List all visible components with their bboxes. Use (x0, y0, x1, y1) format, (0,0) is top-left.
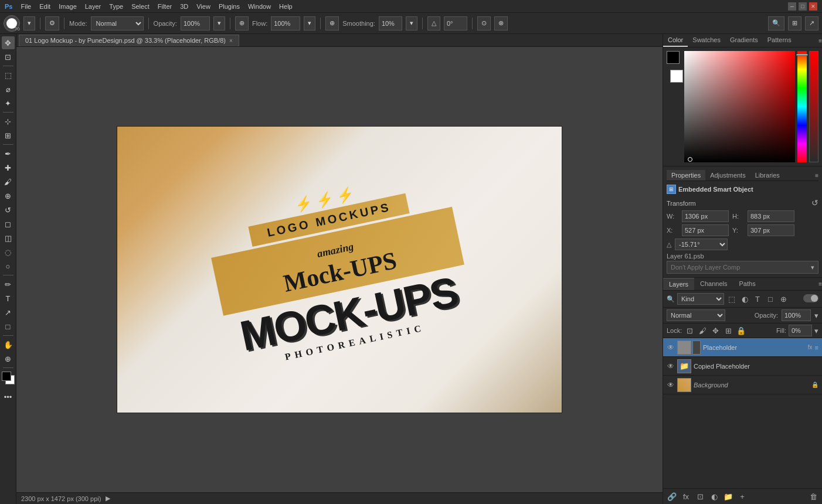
tab-gradients[interactable]: Gradients (725, 34, 763, 47)
frame-tool[interactable]: ⊞ (2, 129, 15, 142)
type-tool[interactable]: T (2, 292, 15, 305)
layer-fx-icon[interactable]: fx (808, 344, 813, 350)
menu-layer[interactable]: Layer (85, 3, 101, 10)
opacity-arrow-btn[interactable]: ▾ (814, 311, 818, 320)
flow-input[interactable] (271, 16, 300, 30)
shape-filter-icon[interactable]: □ (765, 294, 776, 304)
height-input[interactable] (748, 210, 794, 222)
tab-swatches[interactable]: Swatches (688, 34, 725, 47)
menu-filter[interactable]: Filter (158, 3, 172, 10)
menu-3d[interactable]: 3D (180, 3, 188, 10)
layer-fx-button[interactable]: fx (681, 491, 691, 502)
lock-all-button[interactable]: 🔒 (736, 325, 746, 336)
x-input[interactable] (682, 224, 729, 236)
width-input[interactable] (682, 210, 729, 222)
brush-settings-button[interactable]: ⚙ (45, 16, 59, 30)
layer-comp-bar[interactable]: Don't Apply Layer Comp ▾ (667, 261, 818, 274)
new-layer-button[interactable]: + (737, 491, 748, 502)
adjustment-filter-icon[interactable]: ◐ (739, 294, 750, 304)
y-input[interactable] (748, 224, 794, 236)
fill-value-input[interactable] (789, 325, 812, 336)
props-panel-collapse[interactable]: ≡ (815, 170, 818, 181)
tab-close-button[interactable]: × (229, 38, 233, 44)
zoom-tool[interactable]: ⊕ (2, 352, 15, 365)
menu-help[interactable]: Help (279, 3, 293, 10)
minimize-button[interactable]: ─ (788, 2, 796, 11)
lock-image-button[interactable]: 🖌 (697, 325, 708, 336)
history-brush-tool[interactable]: ↺ (2, 203, 15, 216)
layer-item[interactable]: 👁 Placeholder fx ≡ (663, 338, 822, 357)
transform-reset-button[interactable]: ↺ (811, 198, 818, 207)
layer-visibility-icon[interactable]: 👁 (667, 362, 675, 370)
layers-panel-collapse[interactable]: ≡ (818, 278, 822, 290)
brush-options-button[interactable]: ▾ (23, 16, 35, 30)
blend-mode-select[interactable]: Normal (667, 309, 725, 321)
layers-kind-filter[interactable]: Kind (677, 293, 724, 305)
menu-type[interactable]: Type (109, 3, 123, 10)
type-filter-icon[interactable]: T (752, 294, 763, 304)
color-panel-collapse[interactable]: ≡ (818, 34, 822, 47)
angle-input[interactable]: △ (427, 16, 440, 30)
search-button[interactable]: 🔍 (768, 16, 784, 30)
maximize-button[interactable]: □ (799, 2, 807, 11)
layer-visibility-icon[interactable]: 👁 (667, 381, 675, 389)
mode-select[interactable]: Normal (91, 16, 144, 30)
workspace-button[interactable]: ⊞ (788, 16, 801, 30)
pen-tool[interactable]: ✏ (2, 278, 15, 291)
tab-layers[interactable]: Layers (663, 278, 694, 290)
healing-tool[interactable]: ✚ (2, 161, 15, 174)
menu-select[interactable]: Select (131, 3, 150, 10)
shape-tool[interactable]: □ (2, 320, 15, 333)
stamp-tool[interactable]: ⊕ (2, 189, 15, 202)
canvas-container[interactable]: ⚡ ⚡ ⚡ LOGO MOCKUPS amazing Mock-UPS MOCK… (16, 47, 663, 492)
foreground-swatch[interactable] (667, 51, 680, 64)
layer-visibility-icon[interactable]: 👁 (667, 343, 675, 352)
lock-position-button[interactable]: ✥ (710, 325, 721, 336)
alpha-slider[interactable] (809, 51, 818, 162)
smoothing-arrow[interactable]: ▾ (406, 16, 417, 30)
brush-preview[interactable]: 70 (4, 15, 20, 32)
path-tool[interactable]: ↗ (2, 306, 15, 319)
menu-edit[interactable]: Edit (39, 3, 50, 10)
opacity-input[interactable] (181, 16, 210, 30)
layer-item[interactable]: 👁 📁 Copied Placeholder (663, 357, 822, 376)
hue-slider[interactable] (797, 51, 807, 162)
marquee-tool[interactable]: ⬚ (2, 69, 15, 81)
tab-properties[interactable]: Properties (667, 170, 705, 181)
add-mask-button[interactable]: ⊡ (695, 491, 705, 502)
foreground-color[interactable] (2, 372, 11, 381)
airbrush-button[interactable]: ⊕ (235, 16, 249, 30)
link-layers-button[interactable]: 🔗 (667, 491, 677, 502)
symmetry-button[interactable]: ⊗ (494, 16, 508, 30)
eraser-tool[interactable]: ◻ (2, 217, 15, 230)
lock-artboard-button[interactable]: ⊞ (723, 325, 733, 336)
angle-value[interactable] (444, 16, 467, 30)
opacity-arrow[interactable]: ▾ (213, 16, 225, 30)
fill-arrow-btn[interactable]: ▾ (814, 326, 818, 335)
tab-paths[interactable]: Paths (733, 278, 762, 290)
move-tool[interactable]: ✥ (2, 36, 15, 49)
eyedropper-tool[interactable]: ✒ (2, 147, 15, 160)
close-button[interactable]: ✕ (809, 2, 817, 11)
quick-select-tool[interactable]: ✦ (2, 97, 15, 110)
gradient-tool[interactable]: ◫ (2, 231, 15, 244)
crop-tool[interactable]: ⊹ (2, 115, 15, 128)
new-adjustment-button[interactable]: ◐ (709, 491, 719, 502)
layer-item[interactable]: 👁 Background 🔒 (663, 376, 822, 394)
angle-select[interactable]: -15.71° (675, 239, 728, 250)
layer-options-icon[interactable]: ≡ (815, 344, 818, 351)
filter-toggle[interactable] (803, 294, 818, 304)
menu-plugins[interactable]: Plugins (219, 3, 240, 10)
tab-libraries[interactable]: Libraries (750, 170, 784, 181)
opacity-value-input[interactable] (782, 309, 811, 321)
smoothing-input[interactable] (379, 16, 402, 30)
artboard-tool[interactable]: ⊡ (2, 50, 15, 63)
smart-filter-icon[interactable]: ⊕ (778, 294, 789, 304)
tab-channels[interactable]: Channels (694, 278, 733, 290)
new-group-button[interactable]: 📁 (723, 491, 733, 502)
menu-file[interactable]: File (21, 3, 31, 10)
tab-color[interactable]: Color (663, 34, 688, 47)
document-tab[interactable]: 01 Logo Mockup - by PuneDesign.psd @ 33.… (19, 35, 239, 46)
menu-view[interactable]: View (196, 3, 210, 10)
lock-pixels-button[interactable]: ⊡ (684, 325, 695, 336)
